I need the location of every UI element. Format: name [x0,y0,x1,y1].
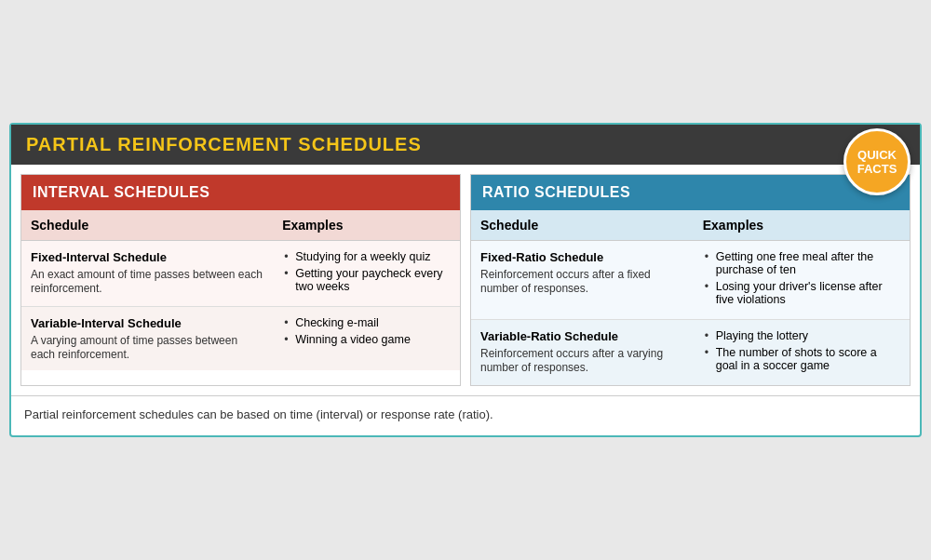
interval-section: INTERVAL SCHEDULES Schedule Examples Fix… [20,174,461,386]
ratio-section-header: RATIO SCHEDULES [471,175,910,210]
interval-schedule-cell: Variable-Interval ScheduleA varying amou… [21,307,273,371]
ratio-table: Schedule Examples Fixed-Ratio ScheduleRe… [471,210,910,385]
interval-schedule-cell: Fixed-Interval ScheduleAn exact amount o… [21,241,273,307]
list-item: The number of shots to score a goal in a… [703,346,900,372]
content-area: INTERVAL SCHEDULES Schedule Examples Fix… [11,165,920,395]
interval-schedule-desc: A varying amount of time passes between … [31,334,237,361]
ratio-row: Variable-Ratio ScheduleReinforcement occ… [471,320,910,386]
list-item: Losing your driver's license after five … [703,280,900,306]
interval-table: Schedule Examples Fixed-Interval Schedul… [21,210,460,370]
interval-col2-header: Examples [273,210,460,241]
ratio-schedule-cell: Fixed-Ratio ScheduleReinforcement occurs… [471,241,694,320]
ratio-schedule-name: Variable-Ratio Schedule [480,329,684,343]
interval-row: Fixed-Interval ScheduleAn exact amount o… [21,241,460,307]
badge-line1: QUICK [857,148,897,163]
list-item: Getting one free meal after the purchase… [703,250,900,276]
footer-text: Partial reinforcement schedules can be b… [24,407,493,421]
ratio-examples-list: Getting one free meal after the purchase… [703,250,900,306]
interval-examples-list: Checking e-mailWinning a video game [282,316,451,346]
list-item: Studying for a weekly quiz [282,250,451,263]
interval-schedule-desc: An exact amount of time passes between e… [31,268,263,295]
footer: Partial reinforcement schedules can be b… [11,395,920,435]
interval-examples-cell: Checking e-mailWinning a video game [273,307,460,371]
ratio-row: Fixed-Ratio ScheduleReinforcement occurs… [471,241,910,320]
interval-schedule-name: Variable-Interval Schedule [31,316,263,330]
interval-examples-list: Studying for a weekly quizGetting your p… [282,250,451,293]
ratio-examples-cell: Playing the lotteryThe number of shots t… [694,320,910,386]
card-title: PARTIAL REINFORCEMENT SCHEDULES [26,134,422,155]
ratio-schedule-name: Fixed-Ratio Schedule [480,250,684,264]
list-item: Checking e-mail [282,316,451,329]
interval-row: Variable-Interval ScheduleA varying amou… [21,307,460,371]
interval-schedule-name: Fixed-Interval Schedule [31,250,263,264]
ratio-examples-list: Playing the lotteryThe number of shots t… [703,329,900,372]
badge-line2: FACTS [857,162,897,177]
interval-examples-cell: Studying for a weekly quizGetting your p… [273,241,460,307]
interval-col1-header: Schedule [21,210,273,241]
ratio-col1-header: Schedule [471,210,694,241]
quick-facts-badge: QUICK FACTS [843,128,911,195]
ratio-section: RATIO SCHEDULES Schedule Examples Fixed-… [470,174,911,386]
ratio-col2-header: Examples [694,210,910,241]
card-header: PARTIAL REINFORCEMENT SCHEDULES [11,125,920,165]
ratio-schedule-desc: Reinforcement occurs after a fixed numbe… [480,268,651,295]
ratio-examples-cell: Getting one free meal after the purchase… [694,241,910,320]
list-item: Getting your paycheck every two weeks [282,267,451,293]
main-card: PARTIAL REINFORCEMENT SCHEDULES QUICK FA… [9,123,922,437]
list-item: Winning a video game [282,333,451,346]
ratio-schedule-desc: Reinforcement occurs after a varying num… [480,347,663,374]
ratio-schedule-cell: Variable-Ratio ScheduleReinforcement occ… [471,320,694,386]
list-item: Playing the lottery [703,329,900,342]
interval-section-header: INTERVAL SCHEDULES [21,175,460,210]
